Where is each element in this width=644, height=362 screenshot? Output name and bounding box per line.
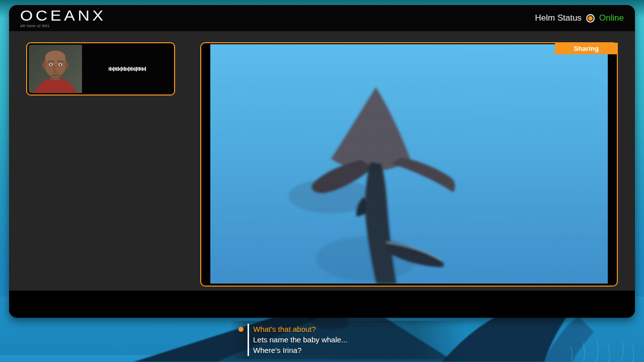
oceanx-logo: OCEANX [20, 9, 106, 23]
video-feed [210, 44, 608, 284]
status-indicator-icon [586, 14, 595, 23]
helm-status-value: Online [599, 13, 624, 23]
helm-window: OCEANX AR Helm v2.5f01 Helm Status Onlin… [9, 5, 635, 318]
subtitle-line: What's that about? [253, 324, 467, 334]
subtitle-line: Lets name the baby whale... [253, 334, 467, 345]
whale-video-still [210, 44, 608, 284]
helm-status: Helm Status Online [535, 13, 624, 23]
subtitle-line: Where's Irina? [253, 345, 467, 355]
speaker-bullet-icon [238, 327, 244, 332]
top-bar: OCEANX AR Helm v2.5f01 Helm Status Onlin… [9, 5, 635, 31]
dialogue-subtitles: What's that about? Lets name the baby wh… [230, 321, 467, 359]
helm-version-label: AR Helm v2.5f01 [20, 24, 97, 28]
shared-video-frame: Sharing [200, 42, 618, 287]
avatar-portrait [29, 45, 82, 93]
participant-card[interactable] [26, 42, 175, 96]
helm-status-label: Helm Status [535, 13, 582, 23]
oceanx-ar-helm-screen: OCEANX AR Helm v2.5f01 Helm Status Onlin… [0, 0, 644, 362]
window-bottom-strip [9, 291, 635, 318]
sharing-tab[interactable]: Sharing [555, 43, 618, 54]
audio-waveform-icon [82, 45, 173, 93]
subtitle-divider [248, 324, 249, 356]
logo-block: OCEANX AR Helm v2.5f01 [20, 9, 97, 28]
participant-avatar [29, 45, 82, 93]
